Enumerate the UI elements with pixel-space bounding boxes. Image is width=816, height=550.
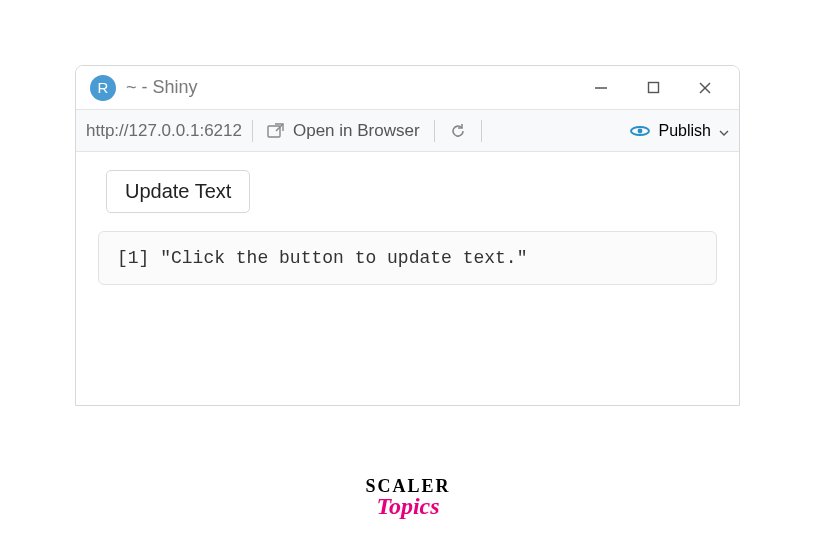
watermark: SCALER Topics xyxy=(365,476,450,520)
chevron-down-icon xyxy=(719,122,729,140)
url-display[interactable]: http://127.0.0.1:6212 xyxy=(86,121,242,141)
output-text: [1] "Click the button to update text." xyxy=(98,231,717,285)
open-browser-icon xyxy=(267,123,285,139)
update-text-button[interactable]: Update Text xyxy=(106,170,250,213)
close-button[interactable] xyxy=(679,70,731,106)
window-title: ~ - Shiny xyxy=(126,77,575,98)
divider xyxy=(252,120,253,142)
refresh-button[interactable] xyxy=(445,120,471,142)
publish-button[interactable]: Publish xyxy=(629,122,729,140)
divider xyxy=(481,120,482,142)
app-window: R ~ - Shiny http://127.0.0.1:6212 Open i… xyxy=(75,65,740,406)
open-in-browser-button[interactable]: Open in Browser xyxy=(263,119,424,143)
window-controls xyxy=(575,70,731,106)
publish-label: Publish xyxy=(659,122,711,140)
toolbar: http://127.0.0.1:6212 Open in Browser Pu… xyxy=(76,110,739,152)
maximize-button[interactable] xyxy=(627,70,679,106)
open-browser-label: Open in Browser xyxy=(293,121,420,141)
svg-rect-1 xyxy=(648,83,658,93)
refresh-icon xyxy=(449,122,467,140)
svg-rect-4 xyxy=(268,126,280,137)
content-area: Update Text [1] "Click the button to upd… xyxy=(76,152,739,405)
divider xyxy=(434,120,435,142)
svg-point-6 xyxy=(637,128,642,133)
watermark-sub: Topics xyxy=(365,493,450,520)
publish-icon xyxy=(629,123,651,139)
app-r-icon: R xyxy=(90,75,116,101)
titlebar: R ~ - Shiny xyxy=(76,66,739,110)
minimize-button[interactable] xyxy=(575,70,627,106)
